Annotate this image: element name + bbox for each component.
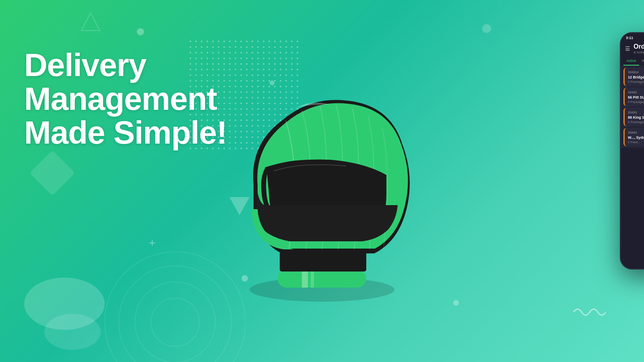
tab-waiting[interactable]: Waiting <box>639 57 644 66</box>
svg-rect-16 <box>302 269 308 288</box>
deco-triangle-outline <box>80 12 101 34</box>
svg-rect-15 <box>278 269 366 288</box>
app-subtitle: 4 Active <box>634 50 644 54</box>
order-list: 33431# 15:05 cook: 10 min • Waiting ••• … <box>621 66 644 148</box>
svg-rect-18 <box>280 251 366 272</box>
deco-dot-5 <box>453 300 459 306</box>
app-title: Orders <box>634 43 644 50</box>
deco-dot-1 <box>137 28 144 35</box>
tab-active[interactable]: Active <box>623 57 639 66</box>
deco-diamond <box>29 150 75 195</box>
order-meta: 0 Package(s) <box>628 100 644 104</box>
svg-rect-17 <box>311 269 314 288</box>
order-id: 33434 <box>628 131 637 134</box>
order-id: 33431# <box>628 70 639 74</box>
order-item[interactable]: 33431# 15:05 cook: 10 min • Waiting ••• … <box>623 68 644 86</box>
helmet-icon <box>221 72 423 306</box>
order-address: 12 Bridge St, Sydney NSW 200... <box>628 75 644 79</box>
order-address: 88 King St, Sydney NSW 200... <box>628 115 644 119</box>
svg-point-0 <box>499 0 547 24</box>
order-address: W..., Sydney NSW 200... <box>628 136 644 140</box>
svg-point-1 <box>483 0 564 40</box>
menu-icon[interactable]: ☰ <box>625 45 630 52</box>
order-item[interactable]: 33434 15:09 cook: 10 min • Wait... ••• W… <box>623 128 644 146</box>
deco-cross: + <box>149 237 155 249</box>
phone1-status-bar: 3:11 ▲ ▲ ◼ <box>621 33 644 41</box>
order-meta: 0 Package(s) <box>628 80 644 84</box>
order-meta: 0 Pack... <box>628 140 644 144</box>
deco-oval-bottom-left2 <box>44 314 101 350</box>
order-id: 33433 <box>628 111 637 114</box>
order-id: 33432 <box>628 90 637 94</box>
order-item[interactable]: 33433 15:08 cook: 10 min • Wait... ••• 8… <box>623 108 644 126</box>
background: + Delivery Management Made Simple! <box>0 0 644 362</box>
phone1-screen: 3:11 ▲ ▲ ◼ ☰ Orders 4 Active ⌕ ⊞ <box>621 33 644 268</box>
svg-marker-13 <box>81 13 100 31</box>
hero-line2: Made Simple! <box>24 115 227 150</box>
order-meta: 0 Package(s) <box>628 120 644 124</box>
phone1-orders: 3:11 ▲ ▲ ◼ ☰ Orders 4 Active ⌕ ⊞ <box>620 32 644 269</box>
phone1-tab-bar: Active Waiting Coupled Delivered Cancell… <box>621 57 644 66</box>
order-address: 56 Pitt St, Sydney NSW 2000... <box>628 95 644 99</box>
svg-point-3 <box>443 0 564 80</box>
phone1-time: 3:11 <box>626 36 633 40</box>
order-item[interactable]: 33432 15:07 cook: 10 min • Wait... ••• 5… <box>623 88 644 106</box>
svg-point-10 <box>135 282 215 362</box>
deco-wavy <box>572 304 608 322</box>
phone1-app-header: ☰ Orders 4 Active ⌕ ⊞ <box>621 41 644 57</box>
svg-point-4 <box>423 0 564 101</box>
hero-line1: Delivery Management <box>24 47 217 117</box>
svg-point-2 <box>463 0 564 60</box>
deco-dot-3 <box>482 24 491 33</box>
svg-point-9 <box>151 298 199 346</box>
